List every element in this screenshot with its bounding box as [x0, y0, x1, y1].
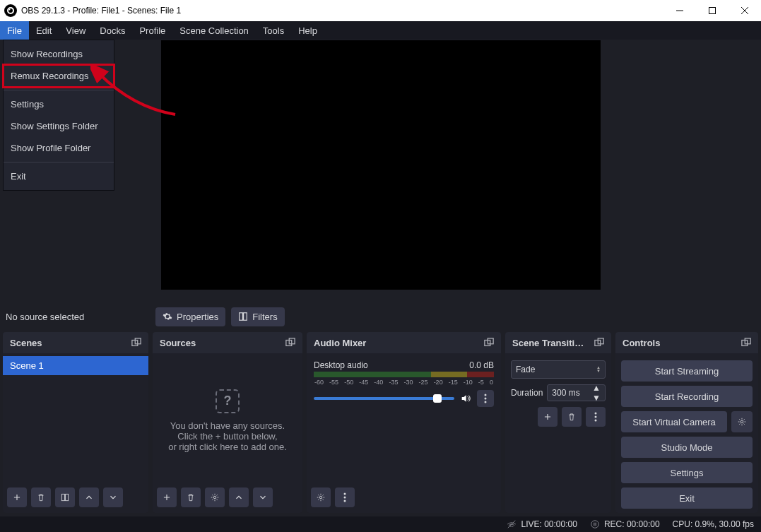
audio-scale: -60-55-50-45-40-35-30-25-20-15-10-50 [314, 379, 494, 386]
volume-thumb[interactable] [433, 394, 442, 403]
menuitem-show-settings-folder[interactable]: Show Settings Folder [4, 115, 114, 137]
volume-slider[interactable] [314, 397, 454, 400]
audio-options-button[interactable] [477, 390, 494, 407]
scene-item[interactable]: Scene 1 [3, 356, 148, 375]
popout-icon[interactable] [285, 338, 295, 348]
minimize-button[interactable] [663, 0, 696, 21]
svg-point-28 [595, 416, 597, 418]
menu-scene-collection[interactable]: Scene Collection [172, 21, 256, 40]
chevron-up-icon [84, 492, 94, 502]
spinner-icon: ▲▼ [592, 383, 601, 403]
transition-options-button[interactable] [586, 407, 606, 427]
svg-point-27 [595, 413, 597, 415]
speaker-icon[interactable] [460, 393, 471, 404]
duration-value: 300 ms [552, 388, 579, 398]
svg-point-18 [485, 394, 487, 396]
obs-logo-icon [4, 4, 17, 17]
menuitem-show-recordings[interactable]: Show Recordings [4, 43, 114, 65]
start-recording-button[interactable]: Start Recording [621, 386, 753, 407]
source-properties-button[interactable] [205, 487, 225, 507]
plus-icon [543, 412, 553, 422]
plus-icon [12, 492, 22, 502]
menu-view[interactable]: View [59, 21, 93, 40]
svg-point-20 [485, 401, 487, 403]
add-source-button[interactable] [157, 487, 177, 507]
svg-point-2 [9, 9, 11, 11]
svg-point-21 [319, 496, 322, 499]
window-titlebar: OBS 29.1.3 - Profile: File1 - Scenes: Fi… [0, 0, 761, 21]
menu-profile[interactable]: Profile [132, 21, 172, 40]
duration-spinner[interactable]: 300 ms ▲▼ [547, 384, 606, 401]
menuitem-settings[interactable]: Settings [4, 93, 114, 115]
svg-rect-7 [240, 313, 243, 321]
chevron-up-icon [234, 492, 244, 502]
close-button[interactable] [728, 0, 761, 21]
plus-icon [162, 492, 172, 502]
trash-icon [567, 412, 577, 422]
start-virtual-camera-button[interactable]: Start Virtual Camera [621, 411, 727, 432]
source-move-down-button[interactable] [253, 487, 273, 507]
settings-button[interactable]: Settings [621, 462, 753, 483]
svg-rect-11 [61, 494, 64, 500]
popout-icon[interactable] [131, 338, 141, 348]
menu-bar: File Edit View Docks Profile Scene Colle… [0, 21, 761, 40]
svg-rect-4 [709, 8, 716, 14]
transition-value: Fade [516, 365, 535, 374]
menuitem-show-profile-folder[interactable]: Show Profile Folder [4, 137, 114, 159]
maximize-button[interactable] [696, 0, 728, 21]
svg-point-15 [213, 496, 216, 499]
virtual-camera-settings-button[interactable] [731, 411, 753, 432]
add-scene-button[interactable] [7, 487, 27, 507]
menu-help[interactable]: Help [291, 21, 324, 40]
spinner-icon: ▲▼ [596, 366, 601, 373]
preview-canvas[interactable] [161, 40, 601, 290]
remove-scene-button[interactable] [31, 487, 51, 507]
menuitem-exit[interactable]: Exit [4, 165, 114, 187]
audio-track-db: 0.0 dB [469, 360, 494, 370]
scenes-title: Scenes [10, 338, 42, 348]
source-toolbar: No source selected Properties Filters [0, 301, 761, 332]
studio-mode-button[interactable]: Studio Mode [621, 437, 753, 458]
menu-edit[interactable]: Edit [29, 21, 59, 40]
filters-label: Filters [252, 312, 277, 322]
properties-label: Properties [177, 312, 218, 322]
audio-menu-button[interactable] [335, 487, 355, 507]
popout-icon[interactable] [741, 338, 751, 348]
svg-point-29 [595, 420, 597, 422]
svg-point-34 [591, 521, 599, 528]
transition-select[interactable]: Fade ▲▼ [511, 360, 606, 379]
filters-button[interactable]: Filters [231, 307, 284, 326]
popout-icon[interactable] [594, 338, 604, 348]
question-icon: ? [216, 389, 240, 413]
svg-point-24 [344, 500, 346, 502]
menuitem-remux-recordings[interactable]: Remux Recordings [4, 65, 114, 87]
scenes-panel: Scenes Scene 1 [3, 332, 148, 513]
dots-vertical-icon [484, 394, 487, 403]
scene-move-down-button[interactable] [103, 487, 123, 507]
sources-empty-state[interactable]: ? You don't have any sources. Click the … [153, 356, 302, 485]
audio-advanced-button[interactable] [311, 487, 331, 507]
audio-track-name: Desktop audio [314, 360, 368, 370]
properties-button[interactable]: Properties [155, 307, 225, 326]
menu-file[interactable]: File [0, 21, 29, 40]
trash-icon [186, 492, 196, 502]
scene-filters-button[interactable] [55, 487, 75, 507]
menu-docks[interactable]: Docks [93, 21, 132, 40]
remove-transition-button[interactable] [562, 407, 582, 427]
remove-source-button[interactable] [181, 487, 201, 507]
svg-point-23 [344, 497, 346, 499]
pause-icon [590, 519, 600, 529]
start-streaming-button[interactable]: Start Streaming [621, 360, 753, 382]
scene-move-up-button[interactable] [79, 487, 99, 507]
window-title: OBS 29.1.3 - Profile: File1 - Scenes: Fi… [21, 6, 663, 16]
svg-rect-36 [595, 523, 596, 526]
exit-button[interactable]: Exit [621, 487, 753, 509]
menu-tools[interactable]: Tools [256, 21, 291, 40]
transitions-title: Scene Transiti… [512, 338, 584, 348]
popout-icon[interactable] [484, 338, 494, 348]
source-move-up-button[interactable] [229, 487, 249, 507]
svg-rect-12 [66, 494, 69, 500]
add-transition-button[interactable] [538, 407, 558, 427]
status-rec: REC: 00:00:00 [604, 519, 660, 529]
filters-icon [238, 312, 248, 321]
